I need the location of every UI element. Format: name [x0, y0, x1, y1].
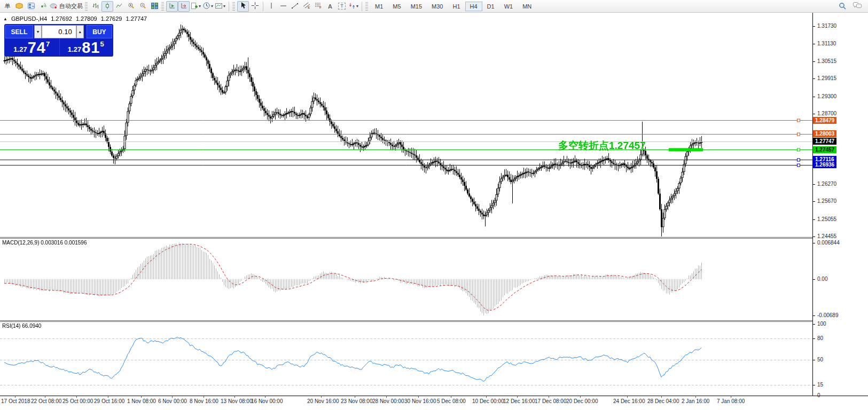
zoom-out-button[interactable] [137, 1, 148, 12]
timeframe-button-M15[interactable]: M15 [406, 2, 427, 11]
community-icon [853, 2, 862, 10]
line-chart-button[interactable] [113, 1, 125, 12]
date-tick [386, 396, 387, 398]
search-button[interactable] [836, 1, 848, 12]
bar-chart-button[interactable] [90, 1, 101, 12]
crosshair-button[interactable] [249, 1, 261, 12]
date-label: 24 Dec 16:00 [613, 398, 645, 404]
buy-price[interactable]: 1.27 81 5 [59, 38, 113, 56]
timeframe-button-W1[interactable]: W1 [499, 2, 518, 11]
new-order-button[interactable] [13, 1, 25, 12]
community-button[interactable] [851, 1, 863, 12]
axis-tick [813, 360, 815, 360]
price-axis-label: 1.31130 [817, 41, 836, 46]
timeframe-button-MN[interactable]: MN [518, 2, 536, 11]
fibonacci-button[interactable]: F [312, 1, 324, 12]
candlestick-chart-icon [104, 3, 111, 10]
timeframe-button-M5[interactable]: M5 [388, 2, 405, 11]
autotrading-button[interactable]: 自动交易 [49, 1, 84, 12]
price-level-tag[interactable]: 1.28003 [813, 130, 836, 137]
date-label: 17 Oct 2018 [1, 398, 30, 404]
trendline-button[interactable] [289, 1, 301, 12]
indicators-icon [191, 3, 198, 10]
price-level-tag[interactable]: 1.28479 [813, 117, 836, 124]
horizontal-line-icon [280, 3, 287, 10]
macd-label: MACD(12,26,9) 0.003016 0.001596 [2, 240, 87, 246]
timeframe-button-H1[interactable]: H1 [448, 2, 465, 11]
auto-scroll-button[interactable] [166, 1, 178, 12]
macd-axis-label: 0.00 [817, 276, 827, 282]
date-label: 29 Oct 16:00 [94, 398, 124, 404]
indicators-button[interactable]: ▾ [190, 1, 202, 12]
cursor-icon [240, 2, 246, 10]
symbol-header: ▲ GBPUSD-,H4 1.27692 1.27809 1.27629 1.2… [3, 15, 147, 22]
date-label: 8 Nov 16:00 [190, 398, 218, 404]
axis-tick [813, 184, 815, 185]
chevron-down-icon: ▼ [36, 30, 40, 34]
date-label: 17 Dec 08:00 [535, 398, 567, 404]
axis-tick [813, 114, 815, 114]
price-axis-column[interactable]: 1.317301.311301.305151.299151.293001.287… [812, 13, 868, 396]
signals-button[interactable] [37, 1, 49, 12]
tile-windows-button[interactable] [148, 1, 160, 12]
rsi-canvas[interactable] [0, 322, 812, 396]
toolbar-separator [263, 2, 263, 11]
zoom-in-button[interactable] [125, 1, 137, 12]
cursor-button[interactable] [237, 1, 249, 12]
price-level-tag[interactable]: 1.27457 [813, 146, 836, 153]
arrows-button[interactable]: ▾ [348, 1, 359, 12]
rsi-axis-label: 50 [817, 357, 823, 362]
equidistant-channel-button[interactable]: E [301, 1, 312, 12]
date-tick [517, 396, 518, 398]
collapse-icon[interactable]: ▲ [3, 17, 7, 21]
templates-button[interactable]: ▾ [214, 1, 226, 12]
periods-button[interactable]: ▾ [202, 1, 214, 12]
zoom-in-icon [128, 2, 135, 10]
main-toolbar: 单 自动交易 ▾ ▾ ▾ E F A T ▾ M1M5M15M30H1H4D1W… [0, 0, 868, 13]
candlestick-chart-button[interactable] [101, 1, 113, 12]
profile-icon [28, 3, 35, 10]
sell-price[interactable]: 1.27 74 7 [5, 38, 58, 56]
axis-tick [813, 236, 815, 237]
sell-button[interactable]: SELL [5, 25, 33, 38]
price-level-tag[interactable]: 1.26936 [813, 161, 836, 168]
price-level-tag[interactable]: 1.27747 [813, 138, 836, 145]
text-icon: A [328, 3, 332, 10]
profile-button[interactable] [25, 1, 37, 12]
date-label: 23 Nov 08:00 [341, 398, 373, 404]
axis-tick [813, 316, 815, 316]
price-axis-label: 1.26270 [817, 181, 836, 187]
toolbar-separator [362, 2, 362, 11]
macd-canvas[interactable] [0, 239, 812, 320]
sell-price-prefix: 1.27 [13, 45, 27, 53]
timeframe-button-D1[interactable]: D1 [482, 2, 499, 11]
date-label: 22 Oct 08:00 [31, 398, 61, 404]
chart-shift-button[interactable] [178, 1, 190, 12]
text-button[interactable]: A [324, 1, 336, 12]
volume-down-button[interactable]: ▼ [34, 25, 42, 38]
volume-up-button[interactable]: ▲ [76, 25, 84, 38]
date-label: 7 Jan 08:00 [717, 398, 745, 404]
timeframe-button-M30[interactable]: M30 [427, 2, 448, 11]
horizontal-line-button[interactable] [277, 1, 289, 12]
quote-open: 1.27692 [51, 15, 72, 22]
channel-letter: E [308, 6, 310, 9]
new-order-icon [15, 3, 23, 10]
main-chart-canvas[interactable] [0, 13, 812, 237]
vertical-line-button[interactable] [265, 1, 277, 12]
axis-tick [813, 279, 815, 280]
price-axis-label: 1.24455 [817, 233, 836, 239]
toolbar-partial-glyph[interactable]: 单 [2, 1, 13, 12]
buy-button[interactable]: BUY [87, 25, 112, 38]
text-label-button[interactable]: T [336, 1, 348, 12]
pivot-annotation[interactable]: 多空转折点1.27457 [558, 139, 646, 153]
timeframe-button-M1[interactable]: M1 [370, 2, 388, 11]
date-tick [234, 396, 235, 398]
sell-price-point: 7 [46, 40, 50, 48]
axis-tick [813, 219, 815, 220]
volume-input[interactable]: 0.10 [42, 25, 76, 38]
axis-tick [813, 338, 815, 339]
date-tick [204, 396, 204, 398]
macd-axis-label: 0.006844 [817, 240, 840, 246]
timeframe-button-H4[interactable]: H4 [465, 2, 482, 11]
